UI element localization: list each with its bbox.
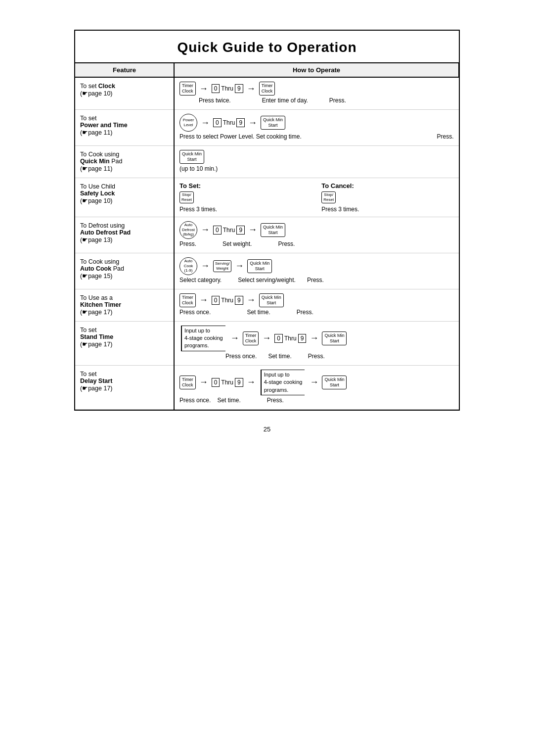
select-serving-label: Select serving/weight. bbox=[238, 277, 296, 284]
stop-reset-btn2: Stop/Reset bbox=[321, 191, 336, 203]
brace-input2: Input up to 4-stage cooking programs. bbox=[261, 370, 305, 395]
op-row: AutoCook(1-9) → Serving/Weight → Quick M… bbox=[179, 257, 454, 275]
timer-clock-btn2: TimerClock bbox=[259, 82, 275, 95]
op-labels-row: Press once. Set time. Press. bbox=[179, 397, 454, 404]
feature-cell: To set Clock (☛page 10) bbox=[75, 77, 174, 110]
op-row: Stop/Reset bbox=[179, 191, 312, 203]
op-labels-row: Press once. Set time. Press. bbox=[179, 353, 454, 360]
num-zero: 0 bbox=[212, 84, 220, 93]
feature-cell: To Cook usingAuto Cook Pad (☛page 15) bbox=[75, 253, 174, 289]
press-label2: Press. bbox=[179, 240, 196, 247]
to-cancel-section: To Cancel: Stop/Reset Press 3 times. bbox=[321, 182, 453, 213]
press-once-label3: Press once. bbox=[179, 397, 211, 404]
quick-min-start-btn4: Quick MinStart bbox=[247, 259, 272, 273]
arrow-icon2: → bbox=[235, 261, 244, 271]
press-label3: Press. bbox=[278, 240, 295, 247]
page-number: 25 bbox=[264, 425, 270, 433]
brace-input: Input up to 4-stage cooking programs. bbox=[181, 326, 225, 351]
arrow-icon2: → bbox=[248, 225, 257, 235]
guide-container: Quick Guide to Operation Feature How to … bbox=[74, 30, 460, 411]
num-nine: 9 bbox=[235, 84, 243, 93]
arrow-icon3: → bbox=[310, 333, 318, 343]
feature-bold: Delay Start bbox=[80, 378, 112, 384]
set-weight-label: Set weight. bbox=[222, 240, 252, 247]
quick-min-start-btn5: Quick MinStart bbox=[259, 293, 284, 307]
guide-title: Quick Guide to Operation bbox=[75, 31, 459, 63]
set-time-label2: Set time. bbox=[268, 353, 291, 360]
table-row: To Use ChildSafety Lock (☛page 10) To Se… bbox=[75, 178, 459, 217]
feature-cell: To setStand Time (☛page 17) bbox=[75, 321, 174, 365]
press-3-label2: Press 3 times. bbox=[321, 206, 359, 213]
operate-cell: Quick MinStart (up to 10 min.) bbox=[174, 146, 459, 178]
feature-bold: Clock bbox=[98, 83, 115, 90]
feature-label: To setStand Time bbox=[80, 327, 169, 340]
arrow-icon2: → bbox=[247, 84, 256, 94]
feature-label: To setPower and Time bbox=[80, 115, 169, 129]
arrow-icon2: → bbox=[247, 295, 256, 305]
col-header-operate: How to Operate bbox=[174, 63, 459, 77]
press-once-label: Press once. bbox=[179, 309, 211, 316]
feature-bold: Auto Cook bbox=[80, 265, 111, 272]
feature-bold: Safety Lock bbox=[80, 190, 115, 197]
press-twice-label: Press twice. bbox=[199, 97, 231, 104]
operate-cell: TimerClock → 0 Thru 9 → Quick MinStart P… bbox=[174, 289, 459, 321]
press-label7: Press. bbox=[267, 397, 284, 404]
table-row: To setStand Time (☛page 17) Input up to … bbox=[75, 321, 459, 365]
timer-clock-btn3: TimerClock bbox=[179, 293, 196, 307]
press-select-label: Press to select Power Level. Set cooking… bbox=[179, 133, 435, 140]
press-label5: Press. bbox=[297, 309, 313, 316]
auto-cook-btn: AutoCook(1-9) bbox=[179, 257, 197, 275]
feature-cell: To Cook usingQuick Min Pad (☛page 11) bbox=[75, 146, 174, 178]
power-level-btn: PowerLevel bbox=[179, 114, 197, 132]
op-labels-row: Select category. Select serving/weight. … bbox=[179, 277, 454, 284]
operate-cell: AutoCook(1-9) → Serving/Weight → Quick M… bbox=[174, 253, 459, 289]
op-row: AutoDefrost(lb/kg) → 0 Thru 9 → Quick Mi… bbox=[179, 221, 454, 239]
press-label6: Press. bbox=[308, 353, 325, 360]
num-nine: 9 bbox=[235, 296, 243, 305]
operate-cell: AutoDefrost(lb/kg) → 0 Thru 9 → Quick Mi… bbox=[174, 217, 459, 253]
table-row: To Use as aKitchen Timer (☛page 17) Time… bbox=[75, 289, 459, 321]
operate-cell: TimerClock → 0 Thru 9 → TimerClock Press… bbox=[174, 77, 459, 110]
feature-label: To Cook usingQuick Min Pad bbox=[80, 151, 169, 165]
stop-reset-btn: Stop/Reset bbox=[179, 191, 194, 203]
num-nine: 9 bbox=[298, 334, 307, 343]
guide-table: Feature How to Operate To set Clock (☛pa… bbox=[75, 63, 459, 410]
press-once-label2: Press once. bbox=[225, 353, 257, 360]
table-row: To set Clock (☛page 10) TimerClock → 0 T… bbox=[75, 77, 459, 110]
arrow-icon2: → bbox=[247, 377, 256, 387]
op-row: Quick MinStart bbox=[179, 150, 454, 164]
arrow-icon: → bbox=[230, 333, 239, 343]
arrow-icon: → bbox=[199, 377, 208, 387]
operate-cell: To Set: Stop/Reset Press 3 times. To Can… bbox=[174, 178, 459, 217]
feature-cell: To Use as aKitchen Timer (☛page 17) bbox=[75, 289, 174, 321]
thru-label: Thru bbox=[284, 335, 297, 342]
feature-label: To Defrost usingAuto Defrost Pad bbox=[80, 222, 169, 236]
quick-min-start-btn2: Quick MinStart bbox=[179, 150, 204, 164]
to-set-section: To Set: Stop/Reset Press 3 times. bbox=[179, 182, 312, 213]
num-zero: 0 bbox=[274, 334, 283, 343]
arrow-icon: → bbox=[199, 295, 208, 305]
op-row: Input up to 4-stage cooking programs. → … bbox=[179, 326, 454, 351]
op-row: TimerClock → 0 Thru 9 → Input up to 4-st… bbox=[179, 370, 454, 395]
op-labels-row: Press once. Set time. Press. bbox=[179, 309, 454, 316]
quick-min-start-btn3: Quick MinStart bbox=[261, 223, 285, 237]
feature-bold: Auto Defrost Pad bbox=[80, 229, 131, 236]
quick-min-start-btn7: Quick MinStart bbox=[322, 376, 347, 389]
feature-label: To Use as aKitchen Timer bbox=[80, 294, 169, 308]
operate-cell: TimerClock → 0 Thru 9 → Input up to 4-st… bbox=[174, 365, 459, 409]
press-3-label: Press 3 times. bbox=[179, 206, 217, 213]
arrow-icon2: → bbox=[262, 333, 271, 343]
timer-clock-btn4: TimerClock bbox=[243, 331, 259, 345]
to-set-title: To Set: bbox=[179, 182, 312, 189]
feature-label: To set Clock bbox=[80, 83, 169, 90]
feature-bold: Power and Time bbox=[80, 122, 128, 129]
thru-label: Thru bbox=[221, 379, 233, 386]
thru-label: Thru bbox=[221, 297, 233, 304]
page-ref: (☛page 11) bbox=[80, 165, 169, 172]
enter-time-label: Enter time of day. bbox=[262, 97, 308, 104]
timer-clock-btn: TimerClock bbox=[179, 82, 196, 95]
page-ref: (☛page 17) bbox=[80, 384, 169, 392]
arrow-icon3: → bbox=[310, 377, 318, 387]
page-ref: (☛page 15) bbox=[80, 272, 169, 280]
op-labels-row: (up to 10 min.) bbox=[179, 165, 454, 172]
